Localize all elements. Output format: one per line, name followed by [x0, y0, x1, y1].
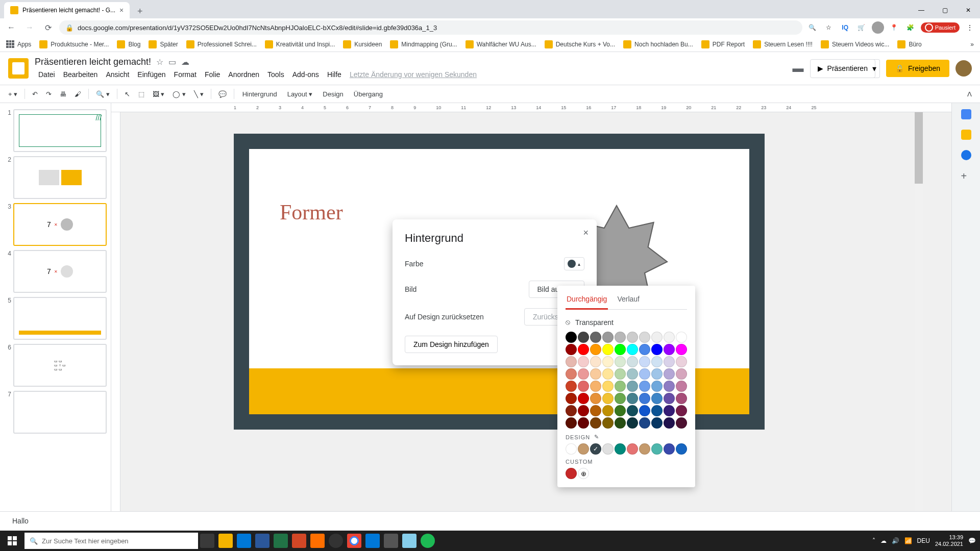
obs-icon[interactable] — [329, 534, 343, 548]
theme-button[interactable]: Design — [318, 88, 347, 100]
background-button[interactable]: Hintergrund — [238, 88, 281, 100]
color-swatch[interactable] — [590, 381, 601, 392]
color-swatch[interactable] — [602, 393, 614, 404]
color-swatch[interactable] — [578, 405, 589, 416]
color-swatch[interactable] — [651, 344, 663, 355]
excel-icon[interactable] — [274, 534, 288, 548]
slide-thumbnail-6[interactable]: ▭ ▭▭ ○ ▭▭ ▭ — [13, 344, 107, 387]
extensions-icon[interactable]: 🧩 — [904, 21, 917, 34]
color-swatch[interactable] — [676, 417, 687, 429]
account-avatar[interactable] — [955, 60, 972, 77]
menu-datei[interactable]: Datei — [35, 68, 59, 81]
theme-color-swatch[interactable] — [664, 443, 675, 455]
bookmark-item[interactable]: Deutsche Kurs + Vo... — [545, 40, 615, 48]
star-icon[interactable]: ☆ — [823, 21, 835, 34]
color-swatch[interactable] — [615, 381, 626, 392]
powerpoint-icon[interactable] — [292, 534, 306, 548]
document-title[interactable]: Präsentieren leicht gemacht! — [35, 57, 151, 67]
comments-icon[interactable]: ▬ — [793, 62, 804, 75]
star-doc-icon[interactable]: ☆ — [156, 57, 163, 67]
color-swatch[interactable] — [590, 344, 601, 355]
color-swatch[interactable] — [639, 356, 650, 367]
menu-icon[interactable]: ⋮ — [964, 21, 976, 34]
menu-anordnen[interactable]: Anordnen — [225, 68, 263, 81]
canvas-scrollbar[interactable] — [915, 112, 923, 511]
color-swatch[interactable] — [590, 393, 601, 404]
theme-color-swatch[interactable] — [602, 443, 614, 455]
color-swatch[interactable] — [639, 417, 650, 429]
theme-color-swatch[interactable] — [676, 443, 687, 455]
color-swatch[interactable] — [639, 332, 650, 343]
color-swatch[interactable] — [590, 356, 601, 367]
color-swatch[interactable] — [578, 417, 589, 429]
color-swatch[interactable] — [639, 405, 650, 416]
slide-thumbnail-7[interactable] — [13, 391, 107, 434]
color-swatch[interactable] — [566, 344, 577, 355]
bookmark-item[interactable]: Mindmapping (Gru... — [390, 40, 457, 48]
color-swatch[interactable] — [664, 356, 675, 367]
color-swatch[interactable] — [566, 356, 577, 367]
color-swatch[interactable] — [627, 356, 638, 367]
bookmark-item[interactable]: Noch hochladen Bu... — [623, 40, 693, 48]
close-dialog-button[interactable]: × — [583, 228, 589, 238]
color-swatch[interactable] — [664, 332, 675, 343]
color-swatch[interactable] — [615, 405, 626, 416]
reload-button[interactable]: ⟳ — [41, 20, 55, 35]
edit-theme-colors-icon[interactable]: ✎ — [594, 434, 599, 440]
menu-hilfe[interactable]: Hilfe — [324, 68, 345, 81]
add-to-theme-button[interactable]: Zum Design hinzufügen — [405, 336, 498, 353]
color-swatch[interactable] — [578, 368, 589, 380]
color-swatch[interactable] — [602, 417, 614, 429]
shape-tool[interactable]: ◯ ▾ — [169, 88, 189, 100]
bookmark-item[interactable]: Büro — [897, 40, 921, 48]
color-swatch[interactable] — [578, 344, 589, 355]
forward-button[interactable]: → — [22, 20, 37, 35]
color-swatch[interactable] — [566, 368, 577, 380]
color-swatch[interactable] — [676, 405, 687, 416]
menu-add-ons[interactable]: Add-ons — [289, 68, 323, 81]
paint-format-button[interactable]: 🖌 — [71, 88, 84, 100]
bookmark-item[interactable]: PDF Report — [701, 40, 745, 48]
color-swatch[interactable] — [651, 405, 663, 416]
select-tool[interactable]: ↖ — [121, 88, 133, 100]
last-edit-link[interactable]: Letzte Änderung vor wenigen Sekunden — [346, 68, 480, 81]
add-custom-color-button[interactable]: ⊕ — [578, 468, 589, 479]
tray-chevron-icon[interactable]: ˄ — [872, 537, 875, 544]
color-swatch[interactable] — [676, 332, 687, 343]
ext-circle-icon[interactable] — [872, 21, 884, 34]
edge-icon[interactable] — [365, 534, 380, 548]
bookmark-item[interactable]: Kursideen — [343, 40, 382, 48]
color-swatch[interactable] — [590, 405, 601, 416]
color-swatch[interactable] — [566, 332, 577, 343]
color-swatch[interactable] — [676, 344, 687, 355]
menu-folie[interactable]: Folie — [201, 68, 224, 81]
theme-color-swatch[interactable] — [615, 443, 626, 455]
language-indicator[interactable]: DEU — [917, 537, 930, 544]
color-swatch[interactable] — [602, 344, 614, 355]
custom-color-swatch[interactable] — [566, 468, 577, 479]
task-view-icon[interactable] — [200, 534, 214, 548]
color-swatch[interactable] — [639, 368, 650, 380]
menu-einfügen[interactable]: Einfügen — [134, 68, 169, 81]
color-swatch[interactable] — [676, 356, 687, 367]
volume-icon[interactable]: 🔊 — [892, 537, 899, 544]
back-button[interactable]: ← — [4, 20, 18, 35]
color-swatch[interactable] — [578, 393, 589, 404]
menu-bearbeiten[interactable]: Bearbeiten — [60, 68, 102, 81]
textbox-tool[interactable]: ⬚ — [135, 88, 148, 100]
redo-button[interactable]: ↷ — [43, 88, 55, 100]
maps-plus-icon[interactable]: + — [961, 170, 971, 181]
new-tab-button[interactable]: + — [133, 4, 147, 18]
ext-pin-icon[interactable]: 📍 — [888, 21, 900, 34]
color-swatch[interactable] — [566, 405, 577, 416]
color-swatch[interactable] — [602, 356, 614, 367]
notifications-icon[interactable]: 💬 — [968, 537, 976, 544]
ext-cart-icon[interactable]: 🛒 — [855, 21, 868, 34]
color-swatch[interactable] — [651, 381, 663, 392]
bookmark-item[interactable]: Wahlfächer WU Aus... — [465, 40, 536, 48]
color-swatch[interactable] — [615, 393, 626, 404]
color-swatch[interactable] — [651, 417, 663, 429]
chrome-icon[interactable] — [347, 534, 361, 548]
share-button[interactable]: 🔒 Freigeben — [886, 60, 949, 77]
app-icon-1[interactable] — [310, 534, 325, 548]
